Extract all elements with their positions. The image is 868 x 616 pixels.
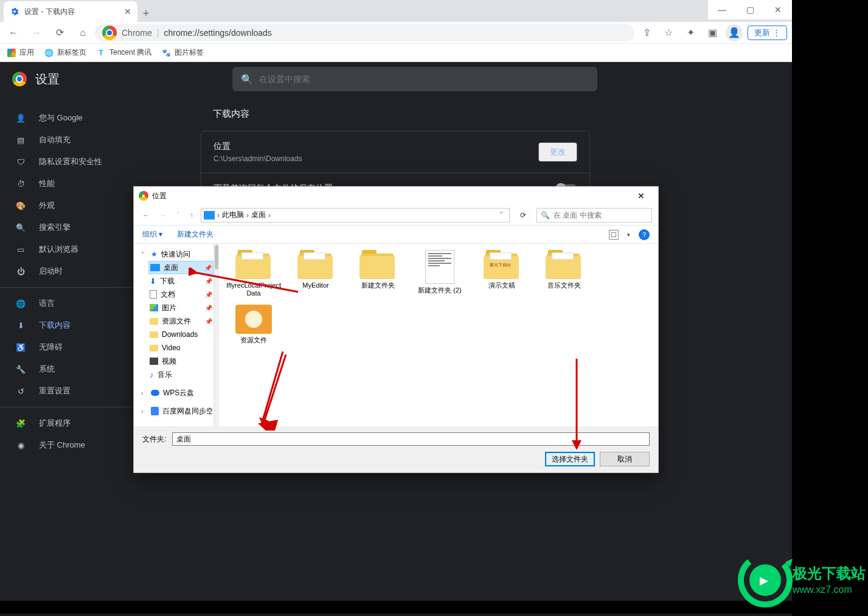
sidebar-item-performance[interactable]: ⏱性能 xyxy=(0,173,156,195)
folder-name-input[interactable] xyxy=(172,432,650,446)
tree-pictures[interactable]: 图片📌 xyxy=(148,301,214,314)
sidebar-item-search-engine[interactable]: 🔍搜索引擎 xyxy=(0,216,156,238)
sidebar-item-about[interactable]: ◉关于 Chrome xyxy=(0,434,156,456)
sidebar-item-you-google[interactable]: 👤您与 Google xyxy=(0,107,156,129)
sidebar-item-default-browser[interactable]: ▭默认浏览器 xyxy=(0,238,156,260)
tree-music[interactable]: ♪音乐 xyxy=(148,368,214,381)
sidebar-item-reset[interactable]: ↺重置设置 xyxy=(0,380,156,402)
bookmarks-bar: 应用 🌐新标签页 TTencent 腾讯 🐾图片标签 xyxy=(0,44,792,62)
tree-video[interactable]: 视频 xyxy=(148,355,214,368)
tab-settings-downloads[interactable]: 设置 - 下载内容 ✕ xyxy=(4,1,137,22)
omnibox[interactable]: Chrome | chrome://settings/downloads xyxy=(95,24,634,41)
tree-baidu[interactable]: ›百度网盘同步空间 xyxy=(140,404,214,418)
refresh-button[interactable]: ⟳ xyxy=(515,211,532,220)
power-icon: ⏻ xyxy=(15,267,27,276)
tencent-icon: T xyxy=(96,48,106,58)
reload-button[interactable]: ⟳ xyxy=(51,24,68,41)
dialog-search[interactable]: 🔍 xyxy=(536,208,652,223)
bookmark-star-icon[interactable]: ☆ xyxy=(660,24,677,41)
sidebar-item-privacy[interactable]: 🛡隐私设置和安全性 xyxy=(0,151,156,173)
folder-label: 文件夹: xyxy=(142,434,166,445)
help-button[interactable]: ? xyxy=(639,229,650,240)
apps-shortcut[interactable]: 应用 xyxy=(7,47,34,58)
settings-search[interactable]: 🔍 xyxy=(232,67,597,91)
tree-scrollbar[interactable] xyxy=(214,244,219,426)
bookmark-tencent[interactable]: TTencent 腾讯 xyxy=(96,47,151,58)
update-button[interactable]: 更新 ⋮ xyxy=(748,26,787,40)
sidebar-item-autofill[interactable]: ▤自动填充 xyxy=(0,129,156,151)
minimize-button[interactable]: — xyxy=(708,0,736,19)
nav-forward-button[interactable]: → xyxy=(157,209,169,221)
view-options-button[interactable] xyxy=(609,230,619,240)
cancel-button[interactable]: 取消 xyxy=(600,452,650,466)
tree-wps[interactable]: ›WPS云盘 xyxy=(140,386,214,400)
nav-up-button[interactable]: ↑ xyxy=(187,209,196,221)
watermark: 极光下载站 www.xz7.com xyxy=(732,547,868,614)
tree-quick-access[interactable]: ˅★快速访问 xyxy=(140,247,214,261)
taskbar-edge xyxy=(0,614,792,616)
location-label: 位置 xyxy=(214,141,302,152)
restore-icon: ↺ xyxy=(15,387,27,396)
dialog-close-button[interactable]: ✕ xyxy=(629,187,653,204)
dialog-title: 位置 xyxy=(152,191,167,201)
puzzle-icon: 🧩 xyxy=(15,419,27,428)
folder-item[interactable]: IflyrecLocalProjectData xyxy=(226,250,281,297)
accessibility-icon: ♿ xyxy=(15,343,27,352)
share-icon[interactable]: ⇪ xyxy=(638,24,655,41)
sidebar-item-appearance[interactable]: 🎨外观 xyxy=(0,195,156,216)
tree-desktop[interactable]: 桌面📌 xyxy=(148,261,214,274)
window-close-button[interactable]: ✕ xyxy=(764,0,792,19)
bookmark-images[interactable]: 🐾图片标签 xyxy=(161,47,204,58)
new-folder-button[interactable]: 新建文件夹 xyxy=(177,229,214,240)
sidebar-item-system[interactable]: 🔧系统 xyxy=(0,358,156,380)
profile-avatar-icon[interactable]: 👤 xyxy=(726,24,743,41)
tree-video-en[interactable]: Video xyxy=(148,341,214,355)
organize-menu[interactable]: 组织 ▾ xyxy=(142,229,162,240)
breadcrumb[interactable]: › 此电脑 › 桌面 › ˅ xyxy=(201,208,510,223)
folder-tree: ˅★快速访问 桌面📌 ⬇下载📌 文档📌 图片📌 资源文件📌 Downloads … xyxy=(134,244,214,426)
tab-close-icon[interactable]: ✕ xyxy=(124,7,131,16)
nav-recent-button[interactable]: ˅ xyxy=(174,209,182,221)
nav-back-button[interactable]: ← xyxy=(140,209,152,221)
extensions-puzzle-icon[interactable]: ✦ xyxy=(682,24,699,41)
chrome-icon xyxy=(102,26,117,40)
sidebar-item-downloads[interactable]: ⬇下载内容 xyxy=(0,314,156,336)
breadcrumb-leaf[interactable]: 桌面 xyxy=(251,210,266,220)
forward-button[interactable]: → xyxy=(28,24,45,41)
sidebar-item-languages[interactable]: 🌐语言 xyxy=(0,292,156,314)
folder-item[interactable]: 极光下载站演示文稿 xyxy=(474,250,529,297)
sidepanel-icon[interactable]: ▣ xyxy=(704,24,721,41)
download-icon: ⬇ xyxy=(15,321,27,330)
breadcrumb-root[interactable]: 此电脑 xyxy=(222,210,244,220)
folder-item[interactable]: 新建文件夹 xyxy=(350,250,405,297)
menu-dots-icon[interactable]: ⋮ xyxy=(773,28,780,37)
home-button[interactable]: ⌂ xyxy=(74,24,91,41)
tree-downloads-en[interactable]: Downloads xyxy=(148,328,214,341)
settings-search-input[interactable] xyxy=(259,74,589,84)
dialog-search-input[interactable] xyxy=(554,211,648,220)
sidebar-item-extensions[interactable]: 🧩扩展程序↗ xyxy=(0,412,156,434)
folder-item[interactable]: 新建文件夹 (2) xyxy=(412,250,467,297)
select-folder-button[interactable]: 选择文件夹 xyxy=(545,452,595,466)
tree-documents[interactable]: 文档📌 xyxy=(148,288,214,301)
window-icon: ▭ xyxy=(15,245,27,254)
maximize-button[interactable]: ▢ xyxy=(736,0,764,19)
new-tab-button[interactable]: + xyxy=(137,5,155,22)
tabstrip: 设置 - 下载内容 ✕ + xyxy=(0,0,792,22)
document-thumb-icon xyxy=(425,250,454,284)
tree-resources[interactable]: 资源文件📌 xyxy=(148,314,214,328)
shield-icon: 🛡 xyxy=(15,157,27,167)
bookmark-newtab[interactable]: 🌐新标签页 xyxy=(44,47,86,58)
change-location-button[interactable]: 更改 xyxy=(538,142,577,162)
tree-downloads[interactable]: ⬇下载📌 xyxy=(148,274,214,288)
globe-icon: 🌐 xyxy=(15,299,27,308)
folder-item[interactable]: MyEditor xyxy=(288,250,343,297)
search-icon: 🔍 xyxy=(541,211,550,220)
sidebar-item-accessibility[interactable]: ♿无障碍 xyxy=(0,336,156,358)
folder-item[interactable]: 资源文件 xyxy=(226,305,281,344)
breadcrumb-dropdown-icon[interactable]: ˅ xyxy=(496,211,507,220)
folder-item[interactable]: 音乐文件夹 xyxy=(536,250,591,297)
back-button[interactable]: ← xyxy=(5,24,22,41)
paw-icon: 🐾 xyxy=(161,48,171,58)
sidebar-item-on-startup[interactable]: ⏻启动时 xyxy=(0,260,156,282)
